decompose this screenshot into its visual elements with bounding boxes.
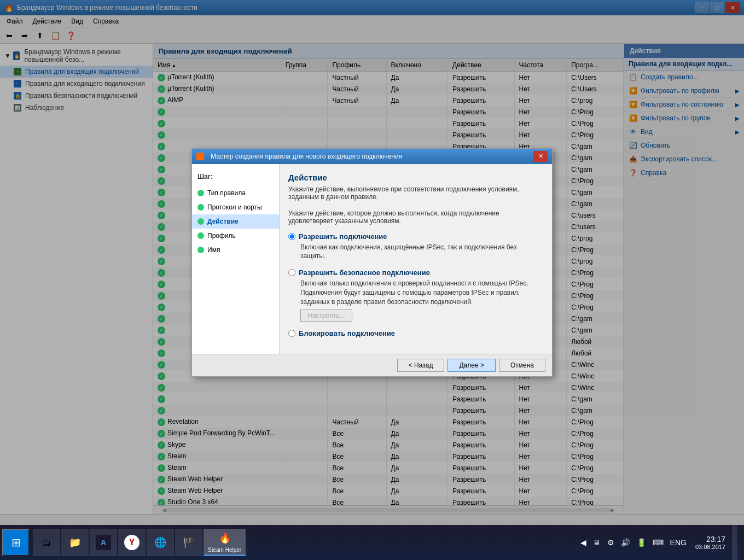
show-desktop-button[interactable] [732,525,737,560]
tray-network[interactable]: 🖥 [591,537,603,548]
option-block: Блокировать подключение [288,329,543,337]
option-allow-desc: Включая как подключения, защищённые IPSe… [288,243,543,261]
option-allow-secure-text: Разрешить безопасное подключение [299,269,430,277]
tray-arrow[interactable]: ◀ [578,537,589,548]
tray-time: 23:17 [695,535,725,544]
step-protocol-label: Протокол и порты [207,203,262,211]
app-a-icon: A [96,535,111,550]
step-protocol[interactable]: Протокол и порты [192,200,279,214]
dialog-title-icon [196,153,204,160]
dialog-description: Укажите действие, выполняемое при соотве… [288,185,543,201]
option-allow-label: Разрешить подключение [288,232,543,241]
dialog-title-text: Мастер создания правила для нового входя… [211,153,402,160]
radio-allow-secure[interactable] [288,269,295,276]
option-allow-secure: Разрешить безопасное подключение Включая… [288,269,543,322]
firewall-icon: 🔥 [217,530,233,546]
radio-allow[interactable] [288,233,295,240]
browser-icon: 🌐 [153,535,168,550]
dialog-section-title: Действие [288,173,543,182]
step-profile-label: Профиль [207,232,236,240]
step-type[interactable]: Тип правила [192,186,279,200]
taskbar-browser[interactable]: 🌐 [147,529,174,556]
radio-block[interactable] [288,330,295,337]
tray-date: 03.08.2017 [695,544,725,550]
app-y-icon: Y [124,535,140,550]
next-button[interactable]: Далее > [447,359,496,372]
step-type-dot [197,190,204,196]
start-button[interactable]: ⊞ [2,529,30,556]
taskbar-app-a[interactable]: A [90,529,117,556]
tray-battery[interactable]: 🔋 [635,537,648,548]
dialog-body: Шаг: Тип правила Протокол и порты Действ… [192,164,552,354]
configure-button[interactable]: Настроить... [300,310,352,322]
start-icon: ⊞ [11,536,21,549]
step-profile[interactable]: Профиль [192,229,279,243]
taskbar-explorer[interactable]: 🗂 [33,529,60,556]
tray-settings1[interactable]: ⚙ [605,537,617,548]
flag-icon: 🏴 [181,535,196,550]
wizard-dialog: Мастер создания правила для нового входя… [191,148,553,377]
tray-clock[interactable]: 23:17 03.08.2017 [691,535,730,550]
tray-volume[interactable]: 🔊 [619,537,632,548]
back-button[interactable]: < Назад [397,359,445,372]
option-allow-secure-label: Разрешить безопасное подключение [288,269,543,277]
step-action-dot [197,218,204,225]
step-name[interactable]: Имя [192,243,279,257]
option-block-label: Блокировать подключение [288,329,543,337]
dialog-close-button[interactable]: ✕ [533,151,548,162]
explorer-icon: 🗂 [39,535,54,550]
taskbar-firewall-label: Steam Helper [208,547,241,553]
step-action-label: Действие [207,218,239,225]
option-allow-secure-desc: Включая только подключения с проверкой п… [288,279,543,306]
option-allow: Разрешить подключение Включая как подклю… [288,232,543,261]
step-protocol-dot [197,204,204,211]
taskbar: ⊞ 🗂 📁 A Y 🌐 🏴 🔥 Steam Helper [0,525,744,560]
dialog-instruction: Укажите действие, которое должно выполня… [288,209,543,225]
step-profile-dot [197,232,204,239]
taskbar-flag[interactable]: 🏴 [175,529,202,556]
dialog-footer: < Назад Далее > Отмена [192,354,552,376]
dialog-steps: Шаг: Тип правила Протокол и порты Действ… [192,164,280,354]
taskbar-app-y[interactable]: Y [118,529,146,556]
step-name-dot [197,247,204,253]
step-name-label: Имя [207,246,220,254]
dialog-main-content: Действие Укажите действие, выполняемое п… [280,164,552,354]
system-tray: ◀ 🖥 ⚙ 🔊 🔋 ⌨ ENG 23:17 03.08.2017 [574,525,742,560]
cancel-button[interactable]: Отмена [499,359,545,372]
dialog-overlay: Мастер создания правила для нового входя… [0,0,744,525]
option-block-text: Блокировать подключение [299,329,395,337]
option-allow-text: Разрешить подключение [299,232,387,241]
step-action[interactable]: Действие [192,214,279,229]
step-type-label: Тип правила [207,189,246,197]
dialog-title-bar: Мастер создания правила для нового входя… [192,149,552,164]
taskbar-folder[interactable]: 📁 [61,529,89,556]
tray-keyboard[interactable]: ⌨ [650,537,666,548]
dialog-title-left: Мастер создания правила для нового входя… [196,153,402,160]
tray-language[interactable]: ENG [668,537,689,548]
steps-header: Шаг: [192,168,279,180]
taskbar-firewall[interactable]: 🔥 Steam Helper [204,529,246,556]
folder-icon: 📁 [67,535,83,550]
